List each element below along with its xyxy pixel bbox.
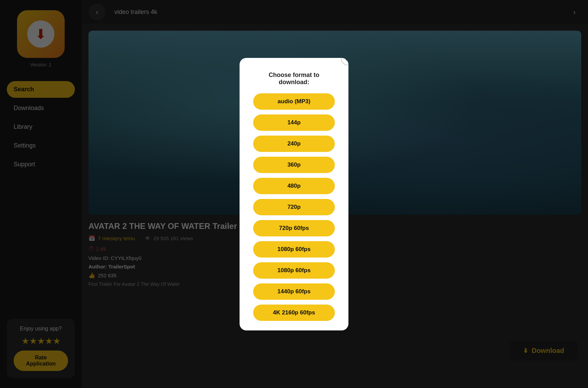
format-button-360p[interactable]: 360p [253, 157, 335, 173]
format-button-144p[interactable]: 144p [253, 114, 335, 131]
format-button-240p[interactable]: 240p [253, 136, 335, 152]
format-modal: ✕ Choose format to download: audio (MP3)… [240, 58, 348, 330]
modal-title: Choose format to download: [257, 72, 331, 86]
format-button-720p-60fps[interactable]: 720p 60fps [253, 220, 335, 236]
format-button-1080p-60fps-2[interactable]: 1080p 60fps [253, 262, 335, 279]
format-button-720p[interactable]: 720p [253, 199, 335, 215]
format-button-1440p-60fps[interactable]: 1440p 60fps [253, 283, 335, 300]
modal-close-button[interactable]: ✕ [341, 58, 348, 65]
format-button-1080p-60fps-1[interactable]: 1080p 60fps [253, 241, 335, 258]
format-button-480p[interactable]: 480p [253, 178, 335, 194]
modal-overlay[interactable]: ✕ Choose format to download: audio (MP3)… [0, 0, 588, 388]
format-button-mp3[interactable]: audio (MP3) [253, 93, 335, 110]
format-button-4k-60fps[interactable]: 4K 2160p 60fps [253, 305, 335, 321]
